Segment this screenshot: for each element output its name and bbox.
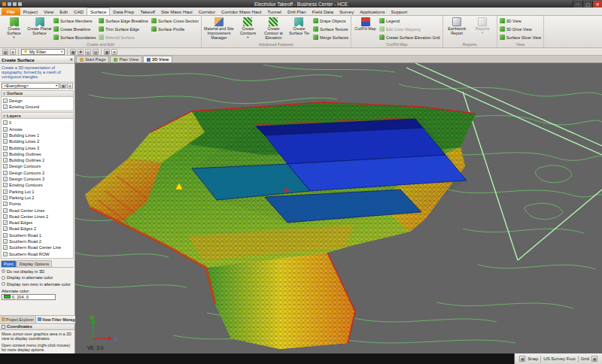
layer-item[interactable]: Parking Lot 2: [2, 195, 73, 201]
tab-plan-view[interactable]: Plan View: [110, 56, 142, 62]
layer-checkbox[interactable]: [3, 139, 8, 144]
create-surface-button[interactable]: Create Surface: [2, 17, 26, 41]
ribbon-small-button[interactable]: Surface Slicer View: [499, 33, 543, 41]
ribbon-tab-view[interactable]: View: [41, 8, 56, 15]
close-button[interactable]: [592, 1, 602, 8]
ribbon-small-button[interactable]: Drape Objects: [312, 17, 349, 25]
layer-item[interactable]: Road Center Lines: [2, 207, 73, 213]
create-contour-at-elevation-button[interactable]: Create Contour at Elevation: [261, 17, 286, 41]
snapshot-tool-icon[interactable]: [93, 49, 99, 55]
grid-toggle[interactable]: Grid: [581, 356, 589, 361]
layer-checkbox[interactable]: [3, 220, 8, 225]
radio-button[interactable]: [2, 282, 5, 286]
layer-checkbox[interactable]: [3, 127, 8, 132]
ribbon-small-button[interactable]: Edit Color Mapping: [379, 25, 441, 33]
ribbon-small-button[interactable]: Rebuild Surface: [98, 33, 149, 41]
layer-item[interactable]: Southern Road ROW: [2, 250, 73, 256]
layer-checkbox[interactable]: [3, 183, 8, 187]
layer-checkbox[interactable]: [3, 239, 8, 244]
ribbon-tab-takeoff[interactable]: Takeoff: [137, 8, 158, 15]
layer-item[interactable]: Existing Contours: [2, 182, 73, 188]
ribbon-small-button[interactable]: Surface Members: [53, 17, 96, 25]
radio-button[interactable]: [2, 269, 5, 273]
ribbon-small-button[interactable]: Surface Texture: [312, 25, 349, 33]
ribbon-tab-corridor-mass-haul[interactable]: Corridor Mass Haul: [218, 8, 264, 15]
units-indicator[interactable]: US Survey Foot: [543, 356, 575, 361]
ribbon-tab-survey[interactable]: Survey: [336, 8, 357, 15]
material-site-improvement-manager-button[interactable]: Material and Site Improvement Manager: [203, 17, 235, 41]
layer-checkbox[interactable]: [3, 171, 8, 175]
layers-icon[interactable]: [10, 49, 16, 55]
layer-checkbox[interactable]: [3, 164, 8, 168]
tab-project-explorer[interactable]: Project Explorer: [0, 316, 36, 323]
select-tool-icon[interactable]: [2, 49, 8, 55]
layer-item[interactable]: Arrows: [2, 126, 73, 132]
ribbon-small-button[interactable]: Trim Surface Edge: [98, 25, 149, 33]
ribbon-tab-edit[interactable]: Edit: [56, 8, 71, 15]
tab-display-options[interactable]: Display Options: [17, 260, 52, 267]
ribbon-small-button[interactable]: Surface Profile: [150, 25, 199, 33]
layer-item[interactable]: Design Contours: [2, 163, 73, 169]
layer-item[interactable]: Road Edges: [2, 220, 73, 226]
list-item[interactable]: Design: [2, 98, 73, 104]
radio-button[interactable]: [2, 276, 5, 280]
layer-checkbox[interactable]: [3, 245, 8, 250]
ribbon-tab-site-mass-haul[interactable]: Site Mass Haul: [158, 8, 196, 15]
layer-checkbox[interactable]: [3, 208, 8, 213]
layer-checkbox[interactable]: [3, 214, 8, 219]
ribbon-small-button[interactable]: Surface Boundaries: [53, 33, 96, 41]
ribbon-small-button[interactable]: Surface Cross-Section: [150, 17, 199, 25]
snap-toggle[interactable]: Snap: [528, 356, 538, 361]
layer-checkbox[interactable]: [3, 146, 8, 150]
radio-alternate-color[interactable]: Display in alternate color: [2, 275, 73, 280]
ribbon-small-button[interactable]: Legend: [379, 17, 441, 25]
layer-checkbox[interactable]: [3, 133, 8, 138]
undo-icon[interactable]: [13, 2, 17, 6]
snap-icon[interactable]: [519, 356, 525, 362]
display-options-icon[interactable]: [104, 49, 110, 55]
layer-checkbox[interactable]: [3, 177, 8, 181]
create-planar-surface-button[interactable]: Create Planar Surface: [27, 17, 52, 41]
layer-item[interactable]: Road Edges 2: [2, 226, 73, 232]
layer-item[interactable]: Points: [2, 201, 73, 207]
tab-point[interactable]: Point: [1, 260, 17, 267]
ribbon-tab-project[interactable]: Project: [20, 8, 41, 15]
create-surface-tie-button[interactable]: Create Surface Tie: [287, 17, 312, 41]
layer-item[interactable]: Building Outlines: [2, 151, 73, 157]
layer-checkbox[interactable]: [3, 252, 8, 256]
item-checkbox[interactable]: [3, 105, 8, 109]
layer-checkbox[interactable]: [3, 226, 8, 231]
layer-checkbox[interactable]: [3, 202, 8, 206]
ribbon-tab-support[interactable]: Support: [388, 8, 411, 15]
ribbon-tab-data-prep[interactable]: Data Prep: [110, 8, 137, 15]
ribbon-tab-tunnel[interactable]: Tunnel: [264, 8, 284, 15]
layer-checkbox[interactable]: [3, 152, 8, 156]
ribbon-small-button[interactable]: 3D Drive View: [499, 25, 543, 33]
ribbon-tab-cad[interactable]: CAD: [71, 8, 87, 15]
layer-item[interactable]: Design Contours 2: [2, 170, 73, 176]
ribbon-small-button[interactable]: 3D View: [499, 17, 543, 25]
ribbon-tab-corridor[interactable]: Corridor: [196, 8, 218, 15]
grid-tool-icon[interactable]: [70, 49, 76, 55]
layer-checkbox[interactable]: [3, 233, 8, 238]
save-icon[interactable]: [8, 2, 11, 6]
layer-item[interactable]: Design Contours 3: [2, 176, 73, 182]
layer-item[interactable]: Building Lines 1: [2, 132, 73, 138]
ribbon-small-button[interactable]: Create Surface Elevation Grid: [379, 33, 441, 41]
layer-checkbox[interactable]: [3, 196, 8, 200]
pan-tool-icon[interactable]: [78, 49, 84, 55]
everything-dropdown[interactable]: <Everything> ▾: [2, 83, 59, 89]
list-item[interactable]: Existing Ground: [2, 104, 73, 110]
alternate-color-picker[interactable]: 0, 204, 0: [2, 294, 56, 300]
cut-fill-map-button[interactable]: Cut/Fill Map: [353, 17, 378, 41]
coordinates-panel-header[interactable]: Coordinates: [0, 323, 74, 330]
layers-section-header[interactable]: Layers: [1, 112, 74, 119]
layer-checkbox[interactable]: [3, 120, 8, 125]
panel-list-button[interactable]: [67, 83, 73, 89]
create-contours-button[interactable]: Create Contours: [236, 17, 260, 41]
layer-item[interactable]: Building Lines 3: [2, 144, 73, 150]
layer-item[interactable]: Parking Lot 1: [2, 188, 73, 194]
grid-icon[interactable]: [591, 356, 597, 362]
ribbon-tab-field-data[interactable]: Field Data: [309, 8, 336, 15]
list-tool-icon[interactable]: [111, 49, 117, 55]
